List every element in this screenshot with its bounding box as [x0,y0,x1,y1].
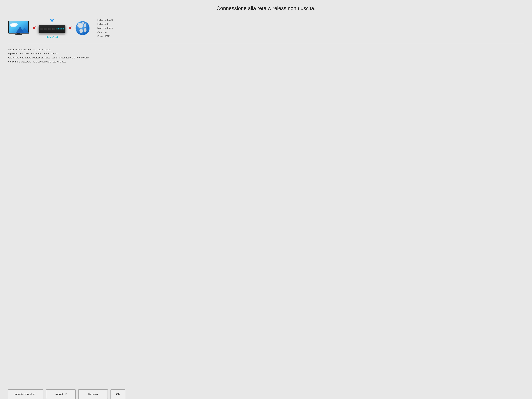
error-message-section: Impossibile connettersi alla rete wirele… [8,48,524,64]
svg-point-9 [52,22,52,23]
error-message-4: Verificare la password (se presente) del… [8,60,524,64]
error-mark-2: ✕ [68,25,72,31]
wifi-icon [48,18,56,24]
network-info-panel: Indirizzo MAC Indirizzo IP Masc sottoret… [97,19,114,38]
dns-server-label: Server DNS [97,35,114,38]
network-settings-button[interactable]: Impostazioni di re... [8,389,44,399]
svg-point-18 [78,24,83,27]
mac-address-label: Indirizzo MAC [97,19,114,22]
svg-point-4 [10,24,14,26]
gateway-label: Gateway [97,31,114,34]
tv-icon [8,20,30,36]
section-divider [8,44,524,44]
retry-button[interactable]: Riprova [78,389,108,399]
router-body [39,25,65,32]
network-name-label: NETGEAR05 [46,36,58,38]
close-button-partial[interactable]: Ch [110,389,125,399]
error-message-2: Riprovare dopo aver considerato quanto s… [8,52,524,56]
connection-diagram: ✕ NET [8,18,524,38]
page-title: Connessione alla rete wireless non riusc… [8,5,524,11]
subnet-mask-label: Masc sottorete [97,27,114,30]
svg-rect-8 [15,34,22,35]
router-icon: NETGEAR05 [39,18,65,38]
error-mark-1: ✕ [32,25,36,31]
action-button-bar: Impostazioni di re... Impost. IP Riprova… [8,389,524,399]
ip-address-label: Indirizzo IP [97,23,114,25]
ip-settings-button[interactable]: Impost. IP [46,389,76,399]
error-message-1: Impossibile connettersi alla rete wirele… [8,48,524,52]
error-message-3: Assicurarsi che la rete wireless sia att… [8,56,524,60]
globe-icon [75,20,91,36]
